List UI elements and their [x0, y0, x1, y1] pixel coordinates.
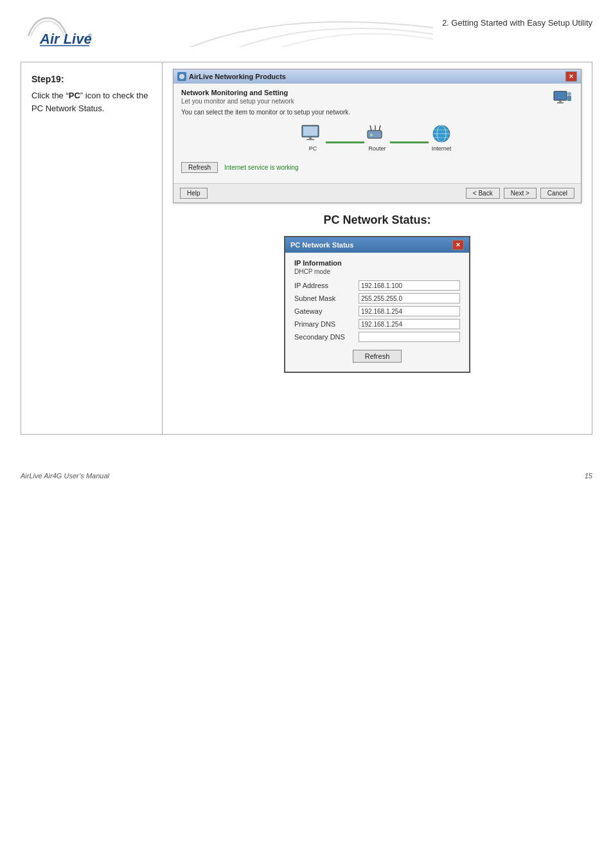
- right-panel: AirLive Networking Products ✕ Network Mo…: [163, 62, 592, 434]
- svg-rect-13: [368, 131, 382, 138]
- ip-address-input[interactable]: [359, 280, 460, 291]
- page-header: Air Live ® 2. Getting Started with Easy …: [0, 0, 613, 50]
- svg-rect-5: [559, 100, 562, 102]
- svg-rect-6: [557, 102, 564, 104]
- airlive-dialog-footer: Help < Back Next > Cancel: [173, 183, 581, 203]
- titlebar-left: AirLive Networking Products: [177, 72, 286, 81]
- internet-label: Internet: [432, 145, 452, 152]
- airlive-dialog-title: AirLive Networking Products: [189, 73, 286, 80]
- pc-item[interactable]: PC: [300, 123, 326, 152]
- primary-dns-label: Primary DNS: [294, 320, 359, 328]
- primary-dns-row: Primary DNS: [294, 319, 460, 329]
- pc-network-status-title: PC Network Status:: [173, 213, 582, 227]
- svg-rect-11: [309, 137, 312, 139]
- svg-rect-8: [567, 96, 571, 101]
- close-x-icon: ✕: [569, 74, 574, 80]
- logo-area: Air Live ®: [15, 12, 99, 50]
- decorative-curves: [112, 15, 433, 47]
- network-diagram: PC: [181, 123, 573, 152]
- pc-network-body: IP Information DHCP mode IP Address Subn…: [285, 253, 469, 372]
- router-icon: [364, 123, 390, 144]
- internet-status-text: Internet service is working: [224, 164, 299, 171]
- manual-label: AirLive Air4G User’s Manual: [21, 472, 109, 480]
- internet-icon: [429, 123, 454, 144]
- gateway-input[interactable]: [359, 306, 460, 316]
- pc-network-titlebar: PC Network Status ✕: [285, 237, 469, 253]
- dhcp-mode-label: DHCP mode: [294, 268, 460, 275]
- pc-net-refresh-row: Refresh: [294, 350, 460, 363]
- subnet-mask-row: Subnet Mask: [294, 293, 460, 303]
- secondary-dns-row: Secondary DNS: [294, 332, 460, 342]
- pc-icon: [300, 123, 326, 144]
- airlive-logo: Air Live ®: [15, 12, 99, 50]
- airlive-dialog-body: Network Monitoring and Setting Let you m…: [173, 84, 581, 183]
- svg-text:Air Live: Air Live: [39, 31, 92, 47]
- main-section: Step19: Click the “PC” icon to check the…: [21, 62, 592, 435]
- internet-item: Internet: [429, 123, 454, 152]
- svg-point-3: [179, 74, 184, 79]
- secondary-dns-input[interactable]: [359, 332, 460, 342]
- ip-address-row: IP Address: [294, 280, 460, 291]
- refresh-button[interactable]: Refresh: [181, 162, 218, 173]
- step-desc-text1: Click the “: [31, 91, 69, 100]
- dialog-bottom: Refresh Internet service is working: [181, 162, 573, 173]
- pc-network-dialog: PC Network Status ✕ IP Information DHCP …: [284, 236, 470, 373]
- pc-net-refresh-button[interactable]: Refresh: [353, 350, 402, 363]
- pc-close-x-icon: ✕: [456, 242, 461, 248]
- next-button[interactable]: Next >: [504, 188, 537, 199]
- svg-rect-10: [303, 127, 317, 136]
- left-panel: Step19: Click the “PC” icon to check the…: [21, 62, 163, 434]
- line-pc-router: [326, 141, 364, 143]
- airlive-titlebar: AirLive Networking Products ✕: [173, 69, 581, 84]
- back-button[interactable]: < Back: [466, 188, 500, 199]
- router-item: Router: [364, 123, 390, 152]
- svg-line-14: [370, 125, 371, 131]
- subnet-mask-input[interactable]: [359, 293, 460, 303]
- svg-text:®: ®: [88, 33, 92, 39]
- pc-label: PC: [309, 145, 317, 152]
- chapter-title: 2. Getting Started with Easy Setup Utili…: [442, 12, 592, 30]
- svg-point-17: [370, 134, 373, 136]
- subnet-mask-label: Subnet Mask: [294, 294, 359, 302]
- ip-address-label: IP Address: [294, 282, 359, 289]
- airlive-subtitle: Network Monitoring and Setting: [181, 89, 294, 96]
- pc-network-title: PC Network Status: [290, 241, 353, 249]
- airlive-close-button[interactable]: ✕: [565, 71, 577, 82]
- airlive-dialog: AirLive Networking Products ✕ Network Mo…: [173, 69, 582, 203]
- app-icon: [177, 72, 186, 81]
- line-router-internet: [390, 141, 429, 143]
- cancel-button[interactable]: Cancel: [540, 188, 574, 199]
- pc-network-close-button[interactable]: ✕: [452, 240, 464, 250]
- step-title: Step19:: [31, 74, 152, 84]
- svg-point-7: [567, 92, 571, 96]
- ip-info-title: IP Information: [294, 259, 460, 267]
- secondary-dns-label: Secondary DNS: [294, 333, 359, 341]
- airlive-desc-text: You can select the item to monitor or to…: [181, 109, 573, 116]
- network-top-icon: [553, 89, 573, 108]
- help-button[interactable]: Help: [180, 188, 208, 199]
- svg-rect-12: [306, 139, 314, 140]
- router-label: Router: [368, 145, 386, 152]
- step-desc-bold: PC: [69, 91, 80, 100]
- svg-line-16: [379, 125, 380, 131]
- svg-rect-4: [554, 91, 567, 100]
- page-footer: AirLive Air4G User’s Manual 15: [0, 460, 613, 491]
- step-description: Click the “PC” icon to check the PC Netw…: [31, 89, 152, 114]
- airlive-subtitle-desc: Let you monitor and setup your network: [181, 98, 294, 105]
- primary-dns-input[interactable]: [359, 319, 460, 329]
- page-number: 15: [585, 472, 592, 480]
- gateway-row: Gateway: [294, 306, 460, 316]
- gateway-label: Gateway: [294, 307, 359, 315]
